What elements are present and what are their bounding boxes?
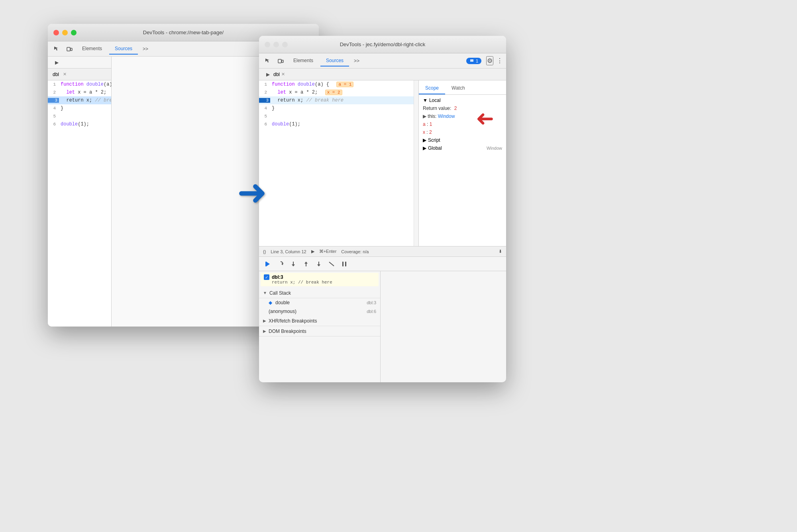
breakpoint-file-2: dbl:3 — [272, 274, 283, 280]
step-into-btn-2[interactable] — [288, 258, 299, 270]
code-line-w2-4: 4 } — [259, 104, 414, 112]
window-1-close[interactable] — [53, 30, 59, 35]
code-line-w2-2: 2 let x = a * 2; x = 2 — [259, 88, 414, 96]
bottom-panels-2: ✓ dbl:3 return x; // break here ▼ Call S… — [259, 271, 506, 382]
device-toolbar-icon-2[interactable] — [275, 55, 286, 66]
svg-marker-25 — [304, 262, 308, 264]
tab-elements-2[interactable]: Elements — [288, 55, 319, 66]
inspect-icon[interactable] — [51, 43, 62, 55]
svg-rect-29 — [342, 262, 344, 266]
svg-rect-1 — [71, 48, 72, 51]
xhr-header-2[interactable]: ▶ XHR/fetch Breakpoints — [259, 316, 380, 326]
code-line-w2-3: 3 return x; // break here — [259, 96, 414, 104]
tab-overflow[interactable]: >> — [139, 45, 151, 53]
code-scrollbar-2[interactable] — [414, 80, 418, 246]
code-line-w2-5: 5 — [259, 112, 414, 120]
file-tab-close-2[interactable]: ✕ — [281, 72, 285, 77]
device-toolbar-icon[interactable] — [64, 43, 75, 55]
blue-arrow: ➜ — [237, 171, 267, 213]
red-arrow: ➜ — [476, 106, 494, 131]
window-1-max[interactable] — [71, 30, 77, 35]
run-snippet-icon[interactable]: ▶ — [51, 57, 62, 68]
window-1-title: DevTools - chrome://new-tab-page/ — [143, 29, 224, 35]
dom-header-2[interactable]: ▶ DOM Breakpoints — [259, 326, 380, 336]
expand-icon-2[interactable]: ⬇ — [499, 249, 502, 254]
devtools-window-2: ➜ DevTools - jec.fyi/demo/dbl-right-clic… — [259, 36, 506, 382]
more-options-2[interactable]: ⋮ — [497, 57, 503, 65]
resume-btn-2[interactable] — [262, 258, 273, 270]
tab-sources[interactable]: Sources — [109, 43, 138, 55]
callstack-header-2[interactable]: ▼ Call Stack — [259, 288, 380, 298]
code-editor-2: 1 function double(a) { a = 1 2 let x = a… — [259, 80, 414, 246]
code-line-5: 5 — [48, 112, 111, 120]
chat-badge-2[interactable]: 1 — [466, 58, 481, 64]
global-section-2: ▶ Global Window — [419, 144, 506, 152]
svg-marker-21 — [281, 263, 283, 265]
xhr-label-2: XHR/fetch Breakpoints — [269, 318, 317, 324]
window-2-titlebar: DevTools - jec.fyi/demo/dbl-right-click — [259, 36, 506, 53]
window-1-min[interactable] — [62, 30, 68, 35]
coverage-2: Coverage: n/a — [341, 249, 369, 254]
run-snippet-icon-2[interactable]: ▶ — [264, 70, 272, 78]
pause-btn-2[interactable] — [339, 258, 350, 270]
breakpoint-cb-2[interactable]: ✓ — [264, 274, 269, 280]
code-line-6: 6 double(1); — [48, 120, 111, 128]
file-tab-1: dbl ✕ — [48, 68, 111, 80]
code-line-4: 4 } — [48, 104, 111, 112]
breakpoint-row-2: ✓ dbl:3 — [264, 274, 375, 280]
window-2-controls — [265, 42, 288, 47]
run-icon-2: ▶ — [311, 249, 314, 254]
run-shortcut-2: ⌘+Enter — [319, 249, 337, 254]
svg-marker-27 — [317, 264, 320, 266]
local-section-2: ▼ Local — [419, 96, 506, 104]
code-scope-area-2: 1 function double(a) { a = 1 2 let x = a… — [259, 80, 506, 246]
file-tab-name-1: dbl — [53, 72, 59, 77]
tab-overflow-2[interactable]: >> — [351, 57, 363, 65]
inspect-icon-2[interactable] — [262, 55, 273, 66]
script-section-2: ▶ Script — [419, 136, 506, 144]
callstack-fn-2-2: (anonymous) — [269, 309, 363, 314]
sidebar-toolbar-1: ▶ — [48, 57, 111, 68]
debug-toolbar-2 — [259, 256, 506, 271]
file-tab-name-2: dbl — [273, 72, 280, 77]
dom-triangle-2: ▶ — [263, 329, 266, 333]
svg-rect-30 — [345, 262, 346, 266]
deactivate-btn-2[interactable] — [326, 258, 337, 270]
step-btn-2[interactable] — [313, 258, 324, 270]
left-bottom-2: ✓ dbl:3 return x; // break here ▼ Call S… — [259, 271, 381, 382]
callstack-fn-2-1: double — [275, 300, 363, 305]
svg-rect-20 — [265, 262, 267, 266]
callstack-item-2-2: (anonymous) dbl:6 — [259, 307, 380, 316]
xhr-triangle-2: ▶ — [263, 319, 266, 323]
window-1-controls — [53, 30, 77, 35]
window-2-max[interactable] — [282, 42, 288, 47]
sources-sidebar-1: ▶ dbl ✕ 1 function double(a) { 2 let x =… — [48, 57, 112, 327]
breakpoint-section-2: ✓ dbl:3 return x; // break here — [261, 273, 379, 286]
settings-icon-2[interactable]: ⚙ — [486, 56, 493, 65]
window-2-min[interactable] — [273, 42, 279, 47]
step-out-btn-2[interactable] — [300, 258, 312, 270]
tab-sources-2[interactable]: Sources — [320, 55, 349, 66]
code-line-w2-1: 1 function double(a) { a = 1 — [259, 80, 414, 88]
step-over-btn-2[interactable] — [275, 258, 286, 270]
watch-tab-2[interactable]: Watch — [445, 83, 471, 94]
format-btn-2[interactable]: {} — [263, 249, 266, 254]
window-2-close[interactable] — [265, 42, 270, 47]
scope-watch-tabs-2: Scope Watch — [419, 83, 506, 95]
position-2: Line 3, Column 12 — [271, 249, 306, 254]
svg-marker-19 — [266, 262, 270, 266]
code-line-w2-6: 6 double(1); — [259, 120, 414, 128]
svg-marker-23 — [292, 264, 295, 266]
svg-rect-18 — [282, 60, 283, 63]
callstack-loc-2-1: dbl:3 — [367, 300, 376, 305]
window-2-tabbar: Elements Sources >> 1 ⚙ ⋮ — [259, 53, 506, 68]
breakpoint-code-2: return x; // break here — [264, 280, 375, 285]
file-tab-row-2: ▶ dbl ✕ — [259, 68, 506, 80]
sources-content-2: ▶ dbl ✕ 1 function double(a) { a = 1 2 l… — [259, 68, 506, 382]
tab-elements[interactable]: Elements — [77, 43, 108, 55]
scope-tab-2[interactable]: Scope — [419, 83, 445, 94]
window-2-title: DevTools - jec.fyi/demo/dbl-right-click — [340, 41, 426, 47]
svg-rect-17 — [278, 59, 281, 63]
svg-line-28 — [329, 262, 334, 266]
file-tab-close-1[interactable]: ✕ — [63, 72, 67, 77]
